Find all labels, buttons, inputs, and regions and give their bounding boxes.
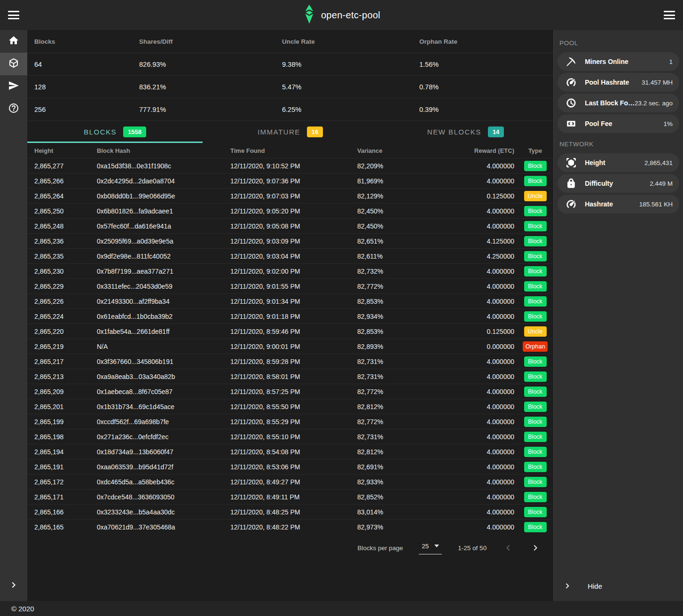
time-found-cell: 12/11/2020, 8:54:08 PM — [230, 448, 357, 456]
height-cell: 2,865,217 — [34, 358, 97, 365]
stat-label: Difficulty — [585, 180, 613, 187]
block-hash-cell: 0x7b8f7199...aea377a271 — [97, 268, 230, 275]
pool-hashrate-stat: Pool Hashrate 31.457 MH — [557, 73, 679, 92]
variance-cell: 82,853% — [357, 328, 432, 335]
type-badge: Block — [524, 387, 547, 397]
reward-cell: 4.000000 — [432, 373, 517, 380]
table-row: 2,865,277 0xa15d3f38...0e31f1908c 12/11/… — [27, 158, 553, 173]
type-badge: Block — [524, 432, 547, 442]
prev-page-button[interactable] — [502, 542, 514, 553]
type-badge: Block — [524, 161, 547, 171]
stat-value: 2.449 M — [650, 180, 673, 187]
time-found-cell: 12/11/2020, 9:10:52 PM — [230, 162, 357, 170]
table-row: 2,865,235 0x9df2e98e...811fc40052 12/11/… — [27, 248, 553, 263]
time-found-cell: 12/11/2020, 8:49:11 PM — [230, 493, 357, 501]
table-row: 2,865,266 0x2dc4295d...2dae0a8704 12/11/… — [27, 173, 553, 188]
variance-cell: 82,691% — [357, 463, 432, 471]
reward-cell: 0.000000 — [432, 343, 517, 350]
footer: © 2020 — [0, 601, 683, 616]
reward-cell: 4.000000 — [432, 463, 517, 471]
lock-icon — [557, 178, 585, 189]
table-row: 2,865,166 0x3233243e...b5a4aa30dc 12/11/… — [27, 504, 553, 519]
type-badge: Block — [524, 251, 547, 261]
reward-cell: 4.000000 — [432, 448, 517, 456]
block-hash-cell: 0xb08dd0b1...99e066d95e — [97, 192, 230, 200]
variance-cell: 83,014% — [357, 508, 432, 516]
sidebar-item-help[interactable] — [0, 98, 27, 120]
time-found-cell: 12/11/2020, 9:07:03 PM — [230, 192, 357, 200]
type-badge: Block — [524, 266, 547, 276]
reward-cell: 4.250000 — [432, 253, 517, 260]
type-cell: Block — [517, 161, 553, 171]
reward-cell: 4.000000 — [432, 508, 517, 516]
type-badge: Block — [524, 206, 547, 216]
height-cell: 2,865,224 — [34, 313, 97, 320]
height-cell: 2,865,201 — [34, 403, 97, 411]
stats-blocks: 256 — [34, 106, 139, 113]
height-cell: 2,865,191 — [34, 463, 97, 471]
type-cell: Block — [517, 492, 553, 502]
sidebar-item-home[interactable] — [0, 30, 27, 53]
top-bar: open-etc-pool — [0, 0, 683, 30]
stat-label: Pool Fee — [585, 120, 612, 127]
time-found-cell: 12/11/2020, 8:58:01 PM — [230, 373, 357, 380]
height-cell: 2,865,248 — [34, 222, 97, 230]
height-cell: 2,865,220 — [34, 328, 97, 335]
next-page-button[interactable] — [530, 542, 541, 553]
stat-label: Miners Online — [585, 58, 628, 65]
tab-new-blocks[interactable]: NEW BLOCKS 14 — [378, 121, 553, 143]
pool-section-title: POOL — [554, 33, 683, 51]
chevron-left-icon — [502, 542, 514, 553]
block-hash-cell: 0x2dc4295d...2dae0a8704 — [97, 177, 230, 185]
height-cell: 2,865,235 — [34, 253, 97, 260]
reward-cell: 4.000000 — [432, 313, 517, 320]
etc-logo-icon — [303, 4, 315, 26]
sidebar-item-payments[interactable] — [0, 75, 27, 98]
type-badge: Block — [524, 176, 547, 186]
stat-value: 1 — [669, 58, 673, 65]
variance-cell: 82,450% — [357, 207, 432, 215]
type-badge: Block — [524, 356, 547, 367]
variance-cell: 82,853% — [357, 298, 432, 305]
time-found-cell: 12/11/2020, 9:00:01 PM — [230, 343, 357, 350]
time-found-cell: 12/11/2020, 8:49:27 PM — [230, 478, 357, 486]
block-hash-cell: 0x18d734a9...13b6060f47 — [97, 448, 230, 456]
tab-immature[interactable]: IMMATURE 16 — [203, 121, 378, 143]
blocks-per-page-select[interactable]: 25 — [419, 542, 442, 554]
network-difficulty-stat: Difficulty 2.449 M — [557, 174, 679, 193]
table-row: 2,865,198 0x271a236c...0efcfdf2ec 12/11/… — [27, 429, 553, 444]
table-row: 2,865,229 0x3311efec...20453d0e59 12/11/… — [27, 278, 553, 293]
table-row: 2,865,250 0x6b801826...fa9adcaee1 12/11/… — [27, 203, 553, 218]
height-cell: 2,865,229 — [34, 283, 97, 290]
table-row: 2,865,220 0x1fabe54a...2661de81ff 12/11/… — [27, 324, 553, 339]
variance-cell: 82,611% — [357, 253, 432, 260]
type-badge: Block — [524, 492, 547, 502]
expand-sidebar-button[interactable] — [0, 571, 27, 601]
network-section-title: NETWORK — [554, 134, 683, 152]
tab-blocks[interactable]: BLOCKS 1558 — [27, 121, 203, 143]
type-cell: Block — [517, 507, 553, 517]
type-badge: Block — [524, 477, 547, 487]
time-found-cell: 12/11/2020, 9:07:36 PM — [230, 177, 357, 185]
time-found-cell: 12/11/2020, 8:57:25 PM — [230, 388, 357, 395]
type-cell: Block — [517, 432, 553, 442]
left-sidebar — [0, 30, 27, 601]
type-cell: Block — [517, 462, 553, 472]
app-root: open-etc-pool — [0, 0, 683, 616]
tab-blocks-count-badge: 1558 — [123, 126, 146, 137]
variance-cell: 82,812% — [357, 448, 432, 456]
table-row: 2,865,264 0xb08dd0b1...99e066d95e 12/11/… — [27, 188, 553, 203]
cube-scan-icon — [557, 158, 585, 168]
menu-icon-right[interactable] — [664, 11, 675, 19]
block-hash-cell: 0x7cdce548...3636093050 — [97, 493, 230, 501]
table-row: 2,865,194 0x18d734a9...13b6060f47 12/11/… — [27, 444, 553, 459]
hide-sidebar-button[interactable]: Hide — [554, 571, 683, 601]
variance-cell: 82,731% — [357, 433, 432, 441]
time-found-cell: 12/11/2020, 8:55:50 PM — [230, 403, 357, 411]
table-row: 2,865,224 0x61eabfcd...1b0cba39b2 12/11/… — [27, 308, 553, 324]
sidebar-item-blocks[interactable] — [0, 53, 27, 75]
menu-icon[interactable] — [8, 11, 19, 19]
stats-orphan: 0.78% — [419, 83, 553, 91]
variance-cell: 82,450% — [357, 222, 432, 230]
pool-fee-stat: Pool Fee 1% — [557, 114, 679, 133]
